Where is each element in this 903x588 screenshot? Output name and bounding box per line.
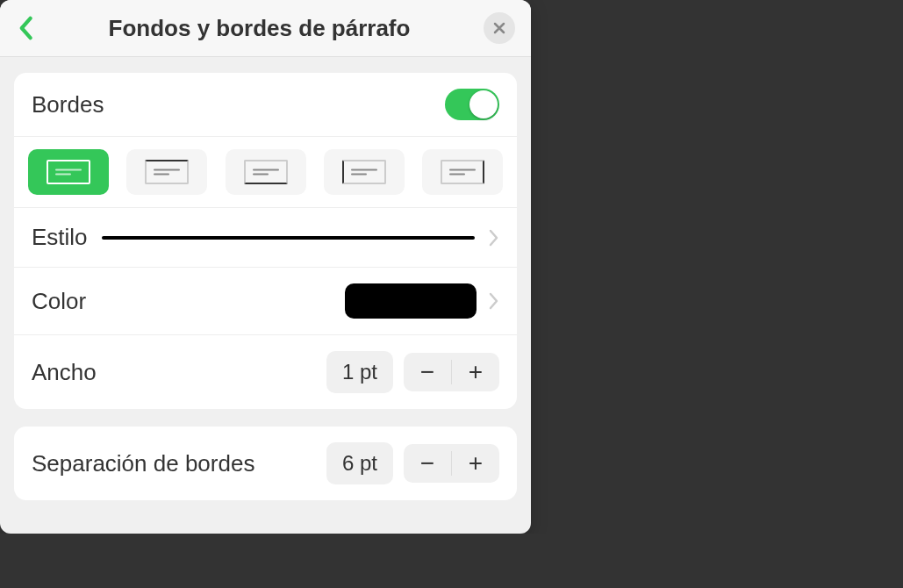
width-increase-button[interactable]: +: [452, 353, 499, 391]
width-label: Ancho: [32, 359, 97, 386]
borders-label: Bordes: [32, 91, 104, 118]
borders-toggle[interactable]: [445, 89, 499, 120]
style-label: Estilo: [32, 224, 88, 251]
width-stepper: − +: [404, 353, 499, 391]
border-type-all[interactable]: [28, 149, 109, 195]
spacing-row: Separación de bordes 6 pt − +: [14, 427, 517, 500]
spacing-stepper: − +: [404, 444, 499, 483]
border-type-left[interactable]: [324, 149, 405, 195]
chevron-right-icon: [489, 292, 499, 310]
panel-title: Fondos y bordes de párrafo: [35, 15, 484, 42]
width-row: Ancho 1 pt − +: [14, 335, 517, 409]
border-right-icon: [441, 160, 484, 184]
border-type-right[interactable]: [422, 149, 503, 195]
style-preview: [102, 236, 475, 240]
border-top-icon: [145, 160, 189, 184]
back-button[interactable]: [16, 16, 35, 40]
border-left-icon: [342, 160, 386, 184]
spacing-value: 6 pt: [326, 442, 393, 484]
spacing-increase-button[interactable]: +: [452, 444, 499, 483]
borders-panel: Fondos y bordes de párrafo Bordes: [0, 0, 531, 534]
width-decrease-button[interactable]: −: [404, 353, 451, 391]
border-types-row: [14, 137, 517, 208]
color-row[interactable]: Color: [14, 268, 517, 335]
border-all-icon: [47, 160, 90, 184]
border-type-bottom[interactable]: [226, 149, 306, 195]
width-value: 1 pt: [326, 351, 393, 393]
borders-toggle-row: Bordes: [14, 73, 517, 137]
close-icon: [493, 22, 505, 34]
style-row[interactable]: Estilo: [14, 208, 517, 268]
border-type-top[interactable]: [126, 149, 207, 195]
close-button[interactable]: [484, 12, 515, 44]
borders-section: Bordes: [14, 73, 517, 409]
panel-header: Fondos y bordes de párrafo: [0, 0, 531, 57]
spacing-decrease-button[interactable]: −: [404, 444, 451, 483]
chevron-right-icon: [489, 229, 499, 247]
color-label: Color: [32, 288, 86, 315]
border-bottom-icon: [244, 160, 288, 184]
panel-body: Bordes: [0, 57, 531, 534]
spacing-section: Separación de bordes 6 pt − +: [14, 427, 517, 500]
color-swatch: [345, 283, 477, 319]
chevron-left-icon: [16, 16, 35, 40]
spacing-label: Separación de bordes: [32, 450, 254, 477]
